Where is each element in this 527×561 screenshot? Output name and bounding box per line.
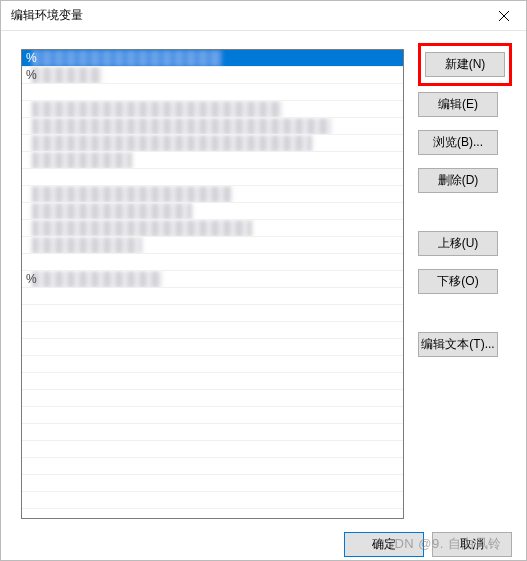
blurred-content (32, 220, 252, 237)
list-item[interactable] (22, 152, 403, 169)
list-item[interactable] (22, 322, 403, 339)
blurred-content (32, 271, 162, 288)
close-icon (499, 11, 509, 21)
titlebar: 编辑环境变量 (1, 1, 526, 31)
delete-button[interactable]: 删除(D) (418, 168, 498, 193)
edit-text-button[interactable]: 编辑文本(T)... (418, 332, 498, 357)
list-item[interactable]: % (22, 50, 403, 67)
new-button-highlight: 新建(N) (418, 43, 512, 86)
list-item[interactable] (22, 135, 403, 152)
list-item[interactable] (22, 84, 403, 101)
list-item[interactable] (22, 118, 403, 135)
blurred-content (32, 118, 332, 135)
list-item[interactable]: % (22, 67, 403, 84)
path-listbox[interactable]: %%% (21, 49, 404, 519)
list-item[interactable] (22, 475, 403, 492)
list-item[interactable] (22, 203, 403, 220)
dialog-body: %%% 新建(N) 编辑(E) 浏览(B)... 删除(D) 上移(U) 下移(… (1, 31, 526, 529)
list-item[interactable] (22, 356, 403, 373)
list-item[interactable] (22, 254, 403, 271)
list-item[interactable] (22, 424, 403, 441)
side-button-column: 新建(N) 编辑(E) 浏览(B)... 删除(D) 上移(U) 下移(O) 编… (418, 49, 512, 519)
list-item-prefix: % (26, 51, 37, 65)
list-item[interactable] (22, 305, 403, 322)
env-var-edit-dialog: 编辑环境变量 %%% 新建(N) 编辑(E) 浏览(B)... 删除(D) 上移… (0, 0, 527, 561)
blurred-content (32, 237, 142, 254)
edit-button[interactable]: 编辑(E) (418, 92, 498, 117)
blurred-content (32, 135, 312, 152)
cancel-button[interactable]: 取消 (432, 532, 512, 557)
dialog-title: 编辑环境变量 (11, 7, 481, 24)
browse-button[interactable]: 浏览(B)... (418, 130, 498, 155)
blurred-content (32, 50, 222, 67)
blurred-content (32, 152, 132, 169)
list-item[interactable] (22, 220, 403, 237)
list-item[interactable] (22, 237, 403, 254)
list-item[interactable] (22, 492, 403, 509)
list-item[interactable] (22, 169, 403, 186)
list-item[interactable] (22, 390, 403, 407)
blurred-content (32, 67, 102, 84)
close-button[interactable] (481, 1, 526, 31)
move-down-button[interactable]: 下移(O) (418, 269, 498, 294)
list-item[interactable]: % (22, 271, 403, 288)
blurred-content (32, 203, 192, 220)
list-item[interactable] (22, 101, 403, 118)
list-item-prefix: % (26, 68, 37, 82)
list-item[interactable] (22, 186, 403, 203)
ok-button[interactable]: 确定 (344, 532, 424, 557)
list-item[interactable] (22, 288, 403, 305)
blurred-content (32, 101, 282, 118)
list-item[interactable] (22, 441, 403, 458)
list-item[interactable] (22, 373, 403, 390)
list-item-prefix: % (26, 272, 37, 286)
new-button[interactable]: 新建(N) (425, 52, 505, 77)
dialog-footer: 确定 取消 (1, 529, 526, 560)
list-item[interactable] (22, 458, 403, 475)
list-item[interactable] (22, 407, 403, 424)
blurred-content (32, 186, 232, 203)
move-up-button[interactable]: 上移(U) (418, 231, 498, 256)
list-item[interactable] (22, 339, 403, 356)
